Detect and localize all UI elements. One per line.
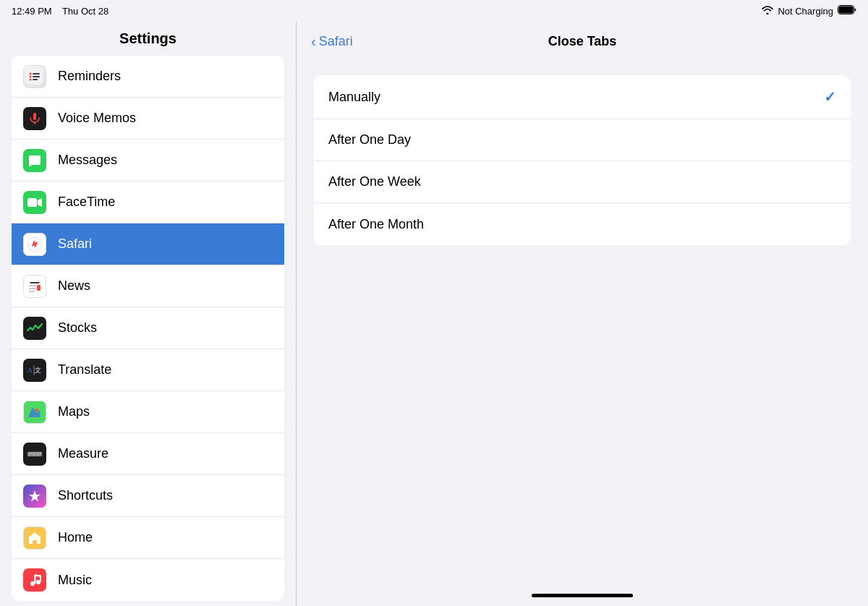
right-header: ‹ Safari Close Tabs [297, 22, 868, 61]
svg-rect-8 [33, 79, 38, 80]
reminders-label: Reminders [58, 69, 121, 84]
music-icon [23, 568, 46, 592]
shortcuts-label: Shortcuts [58, 488, 113, 503]
home-label: Home [58, 530, 93, 545]
translate-label: Translate [58, 362, 111, 377]
maps-label: Maps [58, 404, 90, 419]
sidebar: Settings Reminders Voice Memos Messages … [0, 22, 297, 606]
status-bar-right: Not Charging [762, 5, 856, 17]
sidebar-item-translate[interactable]: A 文 Translate [12, 349, 284, 391]
svg-text:文: 文 [35, 367, 41, 374]
shortcuts-icon [23, 485, 46, 508]
close-tabs-options: Manually✓After One DayAfter One WeekAfte… [314, 75, 851, 245]
svg-point-4 [30, 75, 32, 77]
translate-icon: A 文 [23, 359, 46, 382]
reminders-icon [23, 65, 46, 88]
back-button[interactable]: ‹ Safari [311, 33, 353, 50]
home-icon [23, 526, 46, 550]
status-bar: 12:49 PM Thu Oct 28 Not Charging [0, 0, 868, 22]
svg-rect-7 [33, 76, 40, 77]
sidebar-item-music[interactable]: Music [12, 559, 284, 601]
voice-memos-label: Voice Memos [58, 111, 136, 126]
messages-icon [23, 149, 46, 172]
option-after-one-month[interactable]: After One Month [314, 203, 851, 245]
battery-label: Not Charging [778, 6, 833, 17]
sidebar-item-shortcuts[interactable]: Shortcuts [12, 475, 284, 517]
news-icon [23, 275, 46, 298]
sidebar-item-voice-memos[interactable]: Voice Memos [12, 98, 284, 140]
option-manually-checkmark: ✓ [824, 88, 836, 106]
svg-point-23 [35, 409, 38, 411]
safari-label: Safari [58, 236, 92, 252]
maps-icon [23, 401, 46, 424]
svg-rect-1 [839, 7, 854, 14]
option-manually[interactable]: Manually✓ [314, 75, 851, 119]
svg-point-3 [30, 72, 32, 74]
sidebar-item-reminders[interactable]: Reminders [12, 56, 284, 98]
messages-label: Messages [58, 153, 117, 168]
option-manually-label: Manually [328, 90, 380, 105]
voice-memos-icon [23, 107, 46, 130]
back-button-label: Safari [319, 34, 353, 49]
sidebar-item-facetime[interactable]: FaceTime [12, 182, 284, 223]
measure-label: Measure [58, 446, 109, 461]
sidebar-title: Settings [0, 22, 296, 56]
sidebar-item-measure[interactable]: Measure [12, 433, 284, 475]
stocks-icon [23, 317, 46, 340]
sidebar-list: Reminders Voice Memos Messages FaceTime … [12, 56, 284, 601]
svg-point-5 [30, 78, 32, 80]
right-panel: ‹ Safari Close Tabs Manually✓After One D… [297, 22, 868, 606]
main-content: Settings Reminders Voice Memos Messages … [0, 22, 868, 606]
sidebar-item-news[interactable]: News [12, 265, 284, 307]
option-after-one-day-label: After One Day [328, 132, 411, 148]
news-label: News [58, 278, 90, 294]
sidebar-item-home[interactable]: Home [12, 517, 284, 559]
sidebar-item-stocks[interactable]: Stocks [12, 307, 284, 349]
sidebar-item-maps[interactable]: Maps [12, 391, 284, 433]
measure-icon [23, 443, 46, 466]
stocks-label: Stocks [58, 320, 97, 336]
svg-text:A: A [27, 367, 33, 374]
option-after-one-week-label: After One Week [328, 174, 421, 189]
wifi-icon [762, 6, 773, 17]
sidebar-wrapper: Reminders Voice Memos Messages FaceTime … [0, 56, 296, 606]
option-after-one-week[interactable]: After One Week [314, 161, 851, 203]
music-label: Music [58, 573, 92, 588]
facetime-label: FaceTime [58, 195, 115, 210]
facetime-icon [23, 191, 46, 214]
sidebar-item-safari[interactable]: Safari [12, 223, 284, 265]
status-time-date: 12:49 PM Thu Oct 28 [12, 6, 109, 17]
safari-icon [23, 233, 46, 256]
status-date: Thu Oct 28 [62, 6, 109, 17]
status-time: 12:49 PM [12, 6, 52, 17]
sidebar-item-messages[interactable]: Messages [12, 140, 284, 182]
right-content: Manually✓After One DayAfter One WeekAfte… [297, 61, 868, 588]
svg-rect-18 [37, 285, 41, 291]
back-chevron-icon: ‹ [311, 33, 316, 50]
right-panel-title: Close Tabs [548, 34, 617, 49]
option-after-one-month-label: After One Month [328, 217, 424, 232]
svg-rect-9 [33, 113, 36, 120]
battery-icon [838, 5, 856, 17]
home-bar [532, 594, 633, 597]
home-indicator [297, 588, 868, 606]
option-after-one-day[interactable]: After One Day [314, 119, 851, 161]
svg-rect-11 [27, 198, 37, 207]
svg-rect-6 [33, 73, 40, 74]
